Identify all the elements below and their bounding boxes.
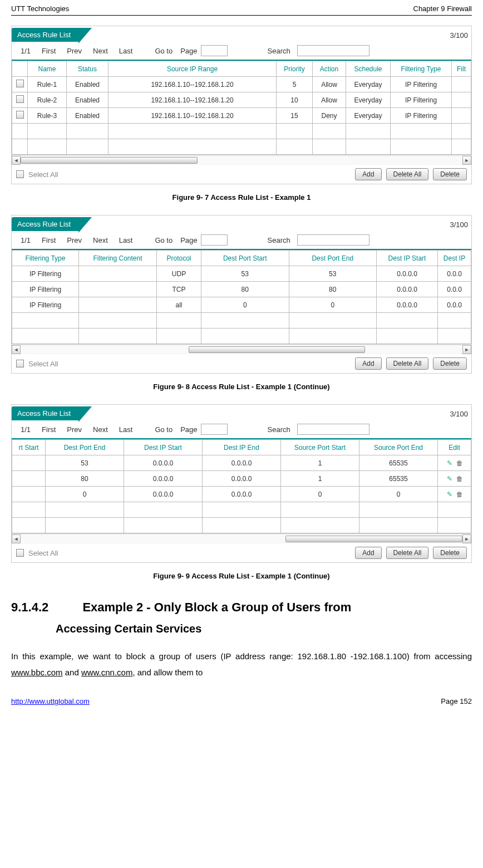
col-dest-port-end[interactable]: Dest Port End xyxy=(46,440,124,455)
table-row: IP Filteringall000.0.0.00.0.0 xyxy=(12,297,471,313)
pager-last[interactable]: Last xyxy=(115,236,137,244)
cell: IP Filtering xyxy=(12,282,79,297)
select-all-label: Select All xyxy=(28,360,58,368)
select-all-checkbox[interactable] xyxy=(16,549,24,557)
pager-last[interactable]: Last xyxy=(115,425,137,434)
scroll-right-icon[interactable]: ► xyxy=(462,156,471,165)
cell: Rule-1 xyxy=(28,77,67,92)
trash-icon[interactable]: 🗑 xyxy=(456,475,464,483)
col-source-port-end[interactable]: Source Port End xyxy=(359,440,438,455)
cell xyxy=(12,455,46,471)
pager-first[interactable]: First xyxy=(37,425,60,434)
search-label: Search xyxy=(263,47,295,55)
page-input[interactable] xyxy=(201,234,228,246)
section-heading: 9.1.4.2 Example 2 - Only Block a Group o… xyxy=(11,600,472,615)
search-input[interactable] xyxy=(297,234,369,246)
cell: 0 xyxy=(46,487,124,502)
scroll-right-icon[interactable]: ► xyxy=(462,534,471,543)
pager-first[interactable]: First xyxy=(37,47,60,55)
pager-goto-label: Go to xyxy=(150,236,177,244)
add-button[interactable]: Add xyxy=(355,547,381,559)
scroll-left-icon[interactable]: ◄ xyxy=(12,156,21,165)
page-input[interactable] xyxy=(201,424,228,435)
cell: 0.0.0.0 xyxy=(203,487,281,502)
pager-prev[interactable]: Prev xyxy=(62,236,86,244)
add-button[interactable]: Add xyxy=(355,357,381,370)
select-all-checkbox[interactable] xyxy=(16,360,24,367)
col-dest-port-end[interactable]: Dest Port End xyxy=(289,251,377,266)
cell xyxy=(79,297,157,313)
row-checkbox[interactable] xyxy=(16,95,24,103)
footer-link[interactable]: http://www.uttglobal.com xyxy=(11,697,90,705)
cell: 0.0.0.0 xyxy=(203,455,281,471)
horizontal-scrollbar[interactable]: ◄ ► xyxy=(12,533,471,543)
delete-all-button[interactable]: Delete All xyxy=(386,168,429,180)
pager-next[interactable]: Next xyxy=(88,47,112,55)
pager-goto-label: Go to xyxy=(150,425,177,434)
pager-next[interactable]: Next xyxy=(88,236,112,244)
col-edit[interactable]: Edit xyxy=(438,440,471,455)
cell: 0 xyxy=(289,297,377,313)
link-bbc[interactable]: www.bbc.com xyxy=(11,668,63,677)
page-input[interactable] xyxy=(201,45,228,56)
cell: IP Filtering xyxy=(391,77,452,92)
col-status[interactable]: Status xyxy=(67,61,109,77)
col-source-ip[interactable]: Source IP Range xyxy=(109,61,277,77)
scroll-right-icon[interactable]: ► xyxy=(462,345,471,354)
delete-button[interactable]: Delete xyxy=(433,547,467,559)
row-checkbox[interactable] xyxy=(16,111,24,119)
trash-icon[interactable]: 🗑 xyxy=(456,459,464,467)
body-text: and xyxy=(63,668,81,677)
pager-prev[interactable]: Prev xyxy=(62,425,86,434)
row-checkbox[interactable] xyxy=(16,80,24,87)
col-dest-ip-end[interactable]: Dest IP End xyxy=(203,440,281,455)
col-schedule[interactable]: Schedule xyxy=(346,61,391,77)
pencil-icon[interactable]: ✎ xyxy=(446,475,454,483)
col-priority[interactable]: Priority xyxy=(277,61,313,77)
horizontal-scrollbar[interactable]: ◄ ► xyxy=(12,344,471,354)
table-row-empty xyxy=(12,139,471,155)
col-protocol[interactable]: Protocol xyxy=(157,251,201,266)
col-rt-start[interactable]: rt Start xyxy=(12,440,46,455)
pager-first[interactable]: First xyxy=(37,236,60,244)
col-dest-ip-start[interactable]: Dest IP Start xyxy=(124,440,203,455)
search-input[interactable] xyxy=(297,424,369,435)
link-cnn[interactable]: www.cnn.com xyxy=(81,668,133,677)
add-button[interactable]: Add xyxy=(355,168,381,180)
col-action[interactable]: Action xyxy=(313,61,346,77)
pager-last[interactable]: Last xyxy=(115,47,137,55)
scroll-thumb[interactable] xyxy=(21,157,198,164)
scroll-left-icon[interactable]: ◄ xyxy=(12,534,21,543)
delete-button[interactable]: Delete xyxy=(433,357,467,370)
scroll-left-icon[interactable]: ◄ xyxy=(12,345,21,354)
col-source-port-start[interactable]: Source Port Start xyxy=(281,440,359,455)
col-filtering-content[interactable]: Filtering Content xyxy=(79,251,157,266)
col-filtering-type[interactable]: Filtering Type xyxy=(12,251,79,266)
delete-button[interactable]: Delete xyxy=(433,168,467,180)
pager-next[interactable]: Next xyxy=(88,425,112,434)
pencil-icon[interactable]: ✎ xyxy=(446,491,454,498)
search-input[interactable] xyxy=(297,45,369,56)
horizontal-scrollbar[interactable]: ◄ ► xyxy=(12,155,471,165)
col-filtering-type[interactable]: Filtering Type xyxy=(391,61,452,77)
pager-prev[interactable]: Prev xyxy=(62,47,86,55)
page-indicator: 1/1 xyxy=(16,425,35,434)
scroll-thumb[interactable] xyxy=(285,536,462,542)
cell: 53 xyxy=(289,266,377,282)
cell: Everyday xyxy=(346,92,391,108)
col-dest-ip-start[interactable]: Dest IP Start xyxy=(377,251,438,266)
delete-all-button[interactable]: Delete All xyxy=(386,547,429,559)
delete-all-button[interactable]: Delete All xyxy=(386,357,429,370)
pencil-icon[interactable]: ✎ xyxy=(446,459,454,467)
col-dest-ip[interactable]: Dest IP xyxy=(438,251,471,266)
col-name[interactable]: Name xyxy=(28,61,67,77)
scroll-thumb[interactable] xyxy=(189,346,366,353)
col-filt[interactable]: Filt xyxy=(452,61,471,77)
cell: Deny xyxy=(313,108,346,124)
select-all-checkbox[interactable] xyxy=(16,170,24,178)
page-indicator: 1/1 xyxy=(16,236,35,244)
access-rule-panel-2: Access Rule List 3/100 1/1 First Prev Ne… xyxy=(11,215,472,374)
figure-caption-3: Figure 9- 9 Access Rule List - Example 1… xyxy=(11,572,472,580)
col-dest-port-start[interactable]: Dest Port Start xyxy=(201,251,289,266)
trash-icon[interactable]: 🗑 xyxy=(456,491,464,498)
